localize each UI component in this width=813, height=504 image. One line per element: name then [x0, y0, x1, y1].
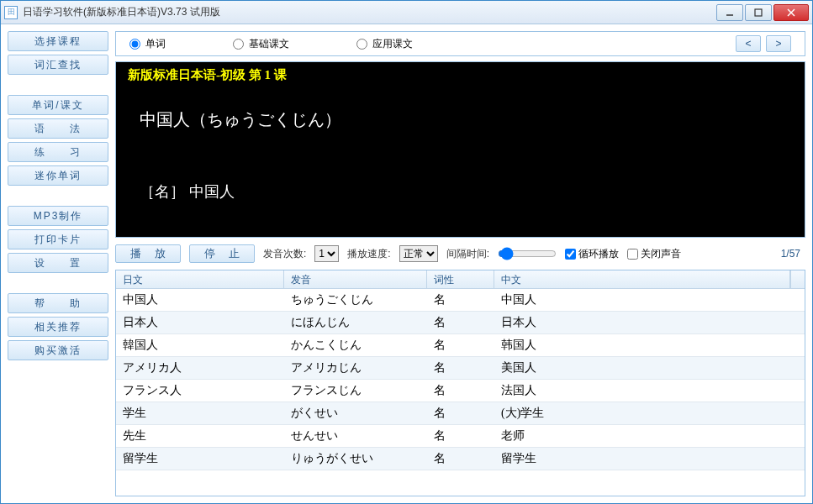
cell-jp: 先生 [116, 426, 284, 446]
th-pos[interactable]: 词性 [427, 270, 494, 288]
cell-pos: 名 [427, 449, 494, 469]
cell-pos: 名 [427, 358, 494, 378]
sidebar-button[interactable]: 打印卡片 [8, 229, 108, 249]
cell-jp: 留学生 [116, 449, 284, 469]
cell-pron: にほんじん [284, 312, 427, 333]
table-row[interactable]: 留学生りゅうがくせい名留学生 [116, 448, 805, 470]
word-main: 中国人（ちゅうごくじん） [140, 108, 793, 131]
window-title: 日语学习软件(新版标准日本语)V3.73 试用版 [23, 5, 716, 19]
cell-pron: アメリカじん [284, 358, 427, 378]
speed-label: 播放速度: [347, 247, 390, 261]
minimize-button[interactable] [716, 4, 743, 21]
count-select[interactable]: 1 [314, 245, 339, 262]
sidebar-button[interactable]: 选择课程 [8, 31, 108, 51]
mode-radio-bar: 单词 基础课文 应用课文 < > [115, 31, 805, 56]
sidebar-button[interactable]: 相关推荐 [8, 317, 108, 337]
sidebar-button[interactable]: 单词/课文 [8, 95, 108, 115]
sidebar-button[interactable]: 词汇查找 [8, 55, 108, 75]
mute-label: 关闭声音 [641, 247, 681, 261]
sidebar-button[interactable]: 练 习 [8, 142, 108, 162]
lesson-title: 新版标准日本语-初级 第 1 课 [128, 67, 793, 83]
sidebar-button[interactable]: MP3制作 [8, 206, 108, 226]
cell-pron: せんせい [284, 426, 427, 446]
stop-button[interactable]: 停 止 [189, 244, 255, 263]
sidebar-button[interactable]: 帮 助 [8, 293, 108, 313]
cell-cn: 老师 [494, 426, 805, 446]
cell-pron: フランスじん [284, 381, 427, 401]
cell-cn: (大)学生 [494, 403, 805, 423]
control-bar: 播 放 停 止 发音次数: 1 播放速度: 正常 间隔时间: 循环播放 关闭声音… [115, 243, 805, 265]
close-button[interactable] [773, 4, 809, 21]
radio-app-label: 应用课文 [372, 37, 413, 51]
body-area: 选择课程词汇查找单词/课文语 法练 习迷你单词MP3制作打印卡片设 置帮 助相关… [1, 24, 812, 503]
mute-checkbox-wrap[interactable]: 关闭声音 [627, 247, 681, 261]
radio-app[interactable]: 应用课文 [356, 37, 413, 51]
cell-pos: 名 [427, 381, 494, 401]
sidebar-button[interactable]: 购买激活 [8, 340, 108, 360]
sidebar-button[interactable]: 语 法 [8, 118, 108, 139]
th-jp[interactable]: 日文 [116, 270, 284, 288]
table-row[interactable]: フランス人フランスじん名法国人 [116, 380, 805, 402]
maximize-button[interactable] [745, 4, 772, 21]
cell-jp: 中国人 [116, 290, 284, 310]
cell-cn: 中国人 [494, 290, 805, 310]
cell-jp: フランス人 [116, 381, 284, 401]
svg-rect-1 [755, 9, 762, 16]
cell-pron: りゅうがくせい [284, 449, 427, 469]
next-button[interactable]: > [766, 35, 791, 52]
radio-basic[interactable]: 基础课文 [233, 37, 289, 51]
cell-cn: 美国人 [494, 358, 805, 378]
word-display: 新版标准日本语-初级 第 1 课 中国人（ちゅうごくじん） ［名］ 中国人 [115, 61, 805, 238]
cell-pron: ちゅうごくじん [284, 290, 427, 310]
table-body[interactable]: 中国人ちゅうごくじん名中国人日本人にほんじん名日本人韓国人かんこくじん名韩国人ア… [116, 289, 805, 496]
radio-word[interactable]: 单词 [129, 37, 166, 51]
prev-button[interactable]: < [736, 35, 761, 52]
radio-word-input[interactable] [129, 39, 140, 50]
radio-basic-input[interactable] [233, 39, 244, 50]
cell-pos: 名 [427, 290, 494, 310]
count-label: 发音次数: [263, 247, 306, 261]
table-row[interactable]: 韓国人かんこくじん名韩国人 [116, 334, 805, 357]
mute-checkbox[interactable] [627, 249, 638, 260]
word-sub: ［名］ 中国人 [140, 181, 793, 202]
app-icon: 田 [4, 6, 18, 19]
radio-basic-label: 基础课文 [249, 37, 289, 51]
table-row[interactable]: 学生がくせい名(大)学生 [116, 402, 805, 425]
cell-pron: かんこくじん [284, 335, 427, 355]
radio-word-label: 单词 [145, 37, 166, 51]
loop-checkbox[interactable] [565, 249, 576, 260]
cell-cn: 韩国人 [494, 335, 805, 355]
cell-pos: 名 [427, 312, 494, 333]
table-row[interactable]: 中国人ちゅうごくじん名中国人 [116, 289, 805, 312]
speed-select[interactable]: 正常 [399, 245, 438, 262]
play-button[interactable]: 播 放 [115, 244, 181, 263]
cell-pos: 名 [427, 426, 494, 446]
loop-label: 循环播放 [578, 247, 619, 261]
titlebar: 田 日语学习软件(新版标准日本语)V3.73 试用版 [1, 1, 812, 24]
interval-label: 间隔时间: [446, 247, 489, 261]
cell-cn: 法国人 [494, 381, 805, 401]
table-row[interactable]: アメリカ人アメリカじん名美国人 [116, 357, 805, 380]
main-panel: 单词 基础课文 应用课文 < > 新版标准日本语-初级 第 1 课 中国人（ちゅ… [115, 31, 805, 496]
sidebar-button[interactable]: 迷你单词 [8, 165, 108, 186]
sidebar-button[interactable]: 设 置 [8, 253, 108, 273]
cell-cn: 留学生 [494, 449, 805, 469]
th-pron[interactable]: 发音 [284, 270, 427, 288]
radio-app-input[interactable] [356, 39, 367, 50]
window-controls [716, 4, 809, 21]
table-row[interactable]: 先生せんせい名老师 [116, 425, 805, 448]
scroll-spacer [790, 270, 805, 288]
cell-jp: 韓国人 [116, 335, 284, 355]
cell-pos: 名 [427, 403, 494, 423]
table-header: 日文 发音 词性 中文 [116, 270, 805, 289]
table-row[interactable]: 日本人にほんじん名日本人 [116, 312, 805, 334]
cell-cn: 日本人 [494, 312, 805, 333]
loop-checkbox-wrap[interactable]: 循环播放 [565, 247, 619, 261]
page-indicator: 1/57 [781, 248, 800, 260]
vocab-table: 日文 发音 词性 中文 中国人ちゅうごくじん名中国人日本人にほんじん名日本人韓国… [115, 270, 805, 496]
cell-pos: 名 [427, 335, 494, 355]
cell-jp: 日本人 [116, 312, 284, 333]
th-cn[interactable]: 中文 [494, 270, 790, 288]
interval-slider[interactable] [498, 247, 557, 260]
cell-jp: 学生 [116, 403, 284, 423]
